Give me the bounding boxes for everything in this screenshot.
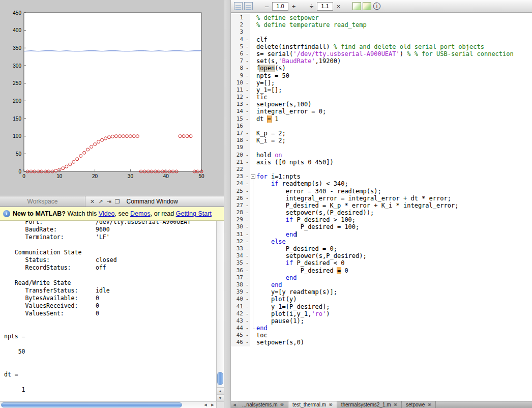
editor-line[interactable]: 17-K_p = 2; [231, 130, 532, 137]
editor-line[interactable]: 2% define temperature read_temp [231, 21, 532, 28]
vertical-scrollbar-thumb[interactable] [217, 372, 223, 385]
factor-input[interactable] [317, 2, 333, 11]
text-cursor [297, 231, 297, 237]
editor-line[interactable]: 26- integral_error = integral_error + dt… [231, 195, 532, 202]
horizontal-scrollbar[interactable]: ◀ ▶ [0, 401, 216, 408]
executable-line-marker: - [244, 86, 250, 94]
editor-line[interactable]: 4-clf [231, 36, 532, 43]
editor-line[interactable]: 8-fopen(s) [231, 65, 532, 72]
command-window[interactable]: Port: /dev/tty.usbserial-A900UEAT BaudRa… [0, 221, 224, 408]
editor-tab[interactable]: thermalsystems2_1.m⊗ [337, 401, 402, 408]
pane-splitter[interactable] [224, 0, 231, 408]
editor-line[interactable]: 43- pause(1); [231, 317, 532, 325]
code-fold-gutter [250, 152, 256, 159]
editor-line[interactable]: 34- setpower(s,P_desired); [231, 252, 532, 259]
code-fold-gutter [250, 72, 256, 79]
horizontal-scrollbar-thumb[interactable] [1, 402, 182, 407]
editor-line[interactable]: 40- plot(y) [231, 296, 532, 303]
editor-line[interactable]: 30- P_desired = 100; [231, 223, 532, 230]
matlab-desktop: 01020304050050100150200250300350400450 W… [0, 0, 532, 408]
editor-line[interactable]: 23-−for i=1:npts [231, 173, 532, 180]
editor-line[interactable]: 33- P_desired = 0; [231, 245, 532, 252]
notification-text-segment: Watch this [67, 210, 98, 217]
editor-line[interactable]: 22 [231, 166, 532, 173]
editor-line[interactable]: 15-dt = 1 [231, 115, 532, 123]
tab-close-icon[interactable]: ⊗ [427, 401, 431, 408]
decrement-step-button[interactable]: – [263, 1, 271, 11]
tab-close-icon[interactable]: ⊗ [394, 401, 398, 408]
editor-tab[interactable]: ...nalsystems.m⊗ [238, 401, 288, 408]
editor-line[interactable]: 14-integral_error = 0; [231, 108, 532, 115]
line-number: 20 [231, 152, 244, 159]
editor-line[interactable]: 13-setpower(s,100) [231, 101, 532, 108]
editor-line[interactable]: 21-axis ([0 npts 0 450]) [231, 159, 532, 166]
editor-line[interactable]: 27- P_desired = K_p * error + K_i * inte… [231, 202, 532, 209]
editor-line[interactable]: 11-y_1=[]; [231, 86, 532, 94]
divide-factor-button[interactable]: ÷ [308, 1, 315, 11]
scroll-right-icon[interactable]: ▶ [209, 402, 216, 408]
editor-line[interactable]: 35- if P_desired < 0 [231, 259, 532, 267]
editor-line[interactable]: 25- error = 340 - readtemp(s); [231, 188, 532, 195]
editor-line[interactable]: 3 [231, 28, 532, 36]
editor-line[interactable]: 18-K_i = 2; [231, 137, 532, 144]
scroll-down-icon[interactable]: ▼ [217, 394, 224, 401]
editor-line[interactable]: 19 [231, 144, 532, 151]
editor-line[interactable]: 41- y_1=[P_desired]; [231, 303, 532, 310]
editor-line[interactable]: 12-tic [231, 94, 532, 101]
editor-tab[interactable]: test_thermal.m⊗ [288, 401, 337, 408]
editor-line[interactable]: 7-set(s,'BaudRate',19200) [231, 57, 532, 65]
editor-line[interactable]: 28- setpower(s,(P_desired)); [231, 209, 532, 216]
evaluate-cell-icon[interactable] [352, 2, 361, 10]
indent-increase-icon[interactable] [244, 2, 253, 10]
editor-line[interactable]: 5-delete(instrfindall) % find and delete… [231, 43, 532, 50]
code-fold-collapse-icon[interactable]: − [251, 174, 255, 179]
notification-link[interactable]: Getting Start [176, 210, 212, 217]
maximize-icon[interactable]: ❐ [115, 198, 120, 205]
editor-line[interactable]: 45-toc [231, 332, 532, 339]
editor-line[interactable]: 1% define setpower [231, 14, 532, 21]
notification-link[interactable]: Video [99, 210, 115, 217]
line-number: 43 [231, 317, 244, 325]
executable-line-marker: - [244, 317, 250, 325]
editor-line[interactable]: 37- end [231, 274, 532, 281]
scroll-left-icon[interactable]: ◀ [202, 402, 209, 408]
evaluate-cell-advance-icon[interactable] [363, 2, 371, 10]
step-size-input[interactable] [272, 2, 288, 11]
code-text: setpower(s,(P_desired)); [256, 209, 532, 216]
code-fold-gutter [250, 332, 256, 339]
executable-line-marker [244, 123, 250, 130]
scroll-up-icon[interactable]: ▲ [217, 387, 224, 394]
editor-line[interactable]: 10-y=[]; [231, 79, 532, 86]
editor-line[interactable]: 6-s= serial('/dev/tty.usbserial-A900UEAT… [231, 50, 532, 57]
close-icon[interactable]: ✕ [90, 198, 95, 205]
help-icon[interactable]: ⓘ [373, 2, 381, 10]
tab-close-icon[interactable]: ⊗ [280, 401, 284, 408]
editor-line[interactable]: 20-hold on [231, 152, 532, 159]
editor-line[interactable]: 32- else [231, 238, 532, 245]
vertical-scrollbar[interactable]: ▲ ▼ [216, 221, 224, 401]
multiply-factor-button[interactable]: × [335, 1, 342, 11]
editor-line[interactable]: 31- end [231, 231, 532, 238]
dock-icon[interactable]: ⇥ [106, 198, 111, 205]
increment-step-button[interactable]: + [290, 1, 298, 11]
editor-line[interactable]: 9-npts = 50 [231, 72, 532, 79]
code-text: % define setpower [256, 14, 532, 21]
editor-line[interactable]: 38- end [231, 281, 532, 288]
editor[interactable]: 1% define setpower2% define temperature … [231, 13, 532, 401]
indent-decrease-icon[interactable] [234, 2, 243, 10]
editor-line[interactable]: 29- if P_desired > 100; [231, 216, 532, 223]
editor-line[interactable]: 24- if readtemp(s) < 340; [231, 180, 532, 187]
editor-line[interactable]: 16 [231, 123, 532, 130]
editor-tab[interactable]: setpowe⊗ [402, 401, 436, 408]
editor-line[interactable]: 39- y=[y readtemp(s)]; [231, 288, 532, 296]
tab-close-icon[interactable]: ⊗ [329, 401, 333, 408]
editor-line[interactable]: 46-setpower(s,0) [231, 339, 532, 346]
tab-scroll-left-icon[interactable]: ◀ [231, 401, 238, 408]
undock-icon[interactable]: ↗ [98, 198, 103, 205]
editor-line[interactable]: 42- plot(i,y_1,'ro') [231, 310, 532, 317]
editor-line[interactable]: 36- P_desired = 0 [231, 267, 532, 274]
workspace-tab[interactable]: Workspace [0, 196, 85, 207]
command-window-output[interactable]: Port: /dev/tty.usbserial-A900UEAT BaudRa… [0, 221, 216, 401]
editor-line[interactable]: 44-end [231, 325, 532, 332]
notification-link[interactable]: Demos [130, 210, 151, 217]
